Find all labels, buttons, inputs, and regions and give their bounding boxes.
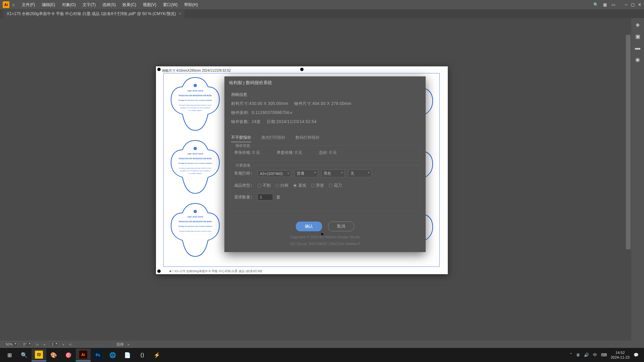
minimize-icon[interactable]: ─ bbox=[625, 2, 628, 7]
tray-chevron-icon[interactable]: ˄ bbox=[570, 353, 572, 357]
size-select[interactable]: A3+(320*460) bbox=[258, 170, 291, 177]
svg-text:Soulage les tensions et les mu: Soulage les tensions et les muscles endo… bbox=[178, 225, 212, 227]
maximize-icon[interactable]: ▢ bbox=[631, 2, 635, 7]
swatches-icon[interactable]: ▬ bbox=[635, 45, 640, 51]
ai-logo: Ai bbox=[3, 1, 9, 8]
product-type-label: 成品类型: bbox=[234, 183, 254, 188]
radio-shaped[interactable]: 异形 bbox=[311, 183, 324, 188]
vertical-scroll-thumb[interactable] bbox=[626, 35, 631, 249]
menu-effect[interactable]: 效果(C) bbox=[119, 2, 140, 8]
taskbar-app-4[interactable]: ⚡ bbox=[150, 349, 164, 361]
menu-help[interactable]: 帮助(H) bbox=[181, 2, 201, 8]
section-header-info: 画稿信息 bbox=[231, 92, 419, 98]
home-icon[interactable]: ⌂ bbox=[12, 2, 14, 7]
arrange-icon[interactable]: ▦ bbox=[603, 2, 607, 7]
taskbar-app-2[interactable]: 🎨 bbox=[46, 349, 61, 361]
tray-clock[interactable]: 14:52 2024-11-23 bbox=[611, 350, 630, 360]
menu-edit[interactable]: 编辑(E) bbox=[39, 2, 59, 8]
sample-label: 常规打样: bbox=[234, 171, 254, 176]
qty-input[interactable] bbox=[258, 194, 273, 200]
menu-type[interactable]: 文字(T) bbox=[79, 2, 99, 8]
tab-bar: X1=175 全称250g单面牛卡 平板 中心对裱 白墨 成品 1款各6个打6张… bbox=[0, 9, 644, 18]
taskbar-acrobat[interactable]: 📄 bbox=[120, 349, 135, 361]
svg-text:ROULEAU DE MASSAGE EN BOIS: ROULEAU DE MASSAGE EN BOIS bbox=[179, 95, 212, 97]
color-select[interactable]: 黑色 bbox=[321, 170, 345, 177]
artboards-icon[interactable]: ▣ bbox=[635, 33, 640, 40]
first-artboard-icon[interactable]: |◂ bbox=[35, 342, 40, 347]
start-icon[interactable]: ⊞ bbox=[2, 349, 17, 361]
registration-mark bbox=[300, 68, 304, 71]
calc-fieldset: 计算选项 常规打样: A3+(320*460) 普通 黑色 无 成品类型: 不割… bbox=[230, 165, 420, 211]
prev-artboard-icon[interactable]: ◂ bbox=[43, 342, 46, 347]
close-window-icon[interactable]: ✕ bbox=[638, 2, 641, 7]
cancel-button[interactable]: 取消 bbox=[328, 222, 354, 231]
tab-close-icon[interactable]: × bbox=[179, 11, 181, 16]
svg-text:à problèmes sur l'ensemble du : à problèmes sur l'ensemble du corps et d… bbox=[180, 107, 211, 109]
ok-button[interactable]: 确认 bbox=[296, 222, 322, 231]
status-bar: 50% 0° |◂ ◂ 1 ▸ ▸| 选择 ▸ bbox=[0, 341, 644, 348]
taskbar-illustrator[interactable]: Ai bbox=[76, 349, 91, 361]
tray-keyboard-icon[interactable]: ⌨ bbox=[601, 353, 607, 357]
qty-label: 需求数量: bbox=[234, 194, 254, 200]
radio-straight[interactable]: 直线 bbox=[293, 183, 306, 188]
svg-text:Soulage les tensions et les mu: Soulage les tensions et les muscles endo… bbox=[178, 162, 212, 164]
tab-digital-quote[interactable]: 数码打样报价 bbox=[296, 135, 320, 142]
svg-text:Conception ergonomique permett: Conception ergonomique permettant d'isol… bbox=[179, 167, 212, 169]
label-tile: oak and reedROULEAU DE MASSAGE EN BOISSo… bbox=[168, 138, 222, 198]
quality-select[interactable]: 普通 bbox=[294, 170, 318, 177]
tab-laser-quote[interactable]: 激光打印报价 bbox=[261, 135, 285, 142]
taskbar-chrome[interactable]: 🌐 bbox=[105, 349, 120, 361]
tray-sound-icon[interactable]: 🔊 bbox=[584, 353, 589, 357]
info-material: 材料尺寸:430.00 X 305.00mm物件尺寸:404.00 X 279.… bbox=[231, 101, 419, 107]
vertical-scrollbar[interactable] bbox=[625, 18, 631, 348]
menu-bar: Ai ⌂ 文件(F) 编辑(E) 对象(O) 文字(T) 选择(S) 效果(C)… bbox=[0, 0, 644, 9]
menu-file[interactable]: 文件(F) bbox=[18, 2, 38, 8]
quote-dialog: 哈利裂 | 数码报价系统 画稿信息 材料尺寸:430.00 X 305.00mm… bbox=[224, 76, 426, 252]
radio-whitesample[interactable]: 白样 bbox=[275, 183, 288, 188]
appearance-icon[interactable]: ◉ bbox=[635, 56, 640, 63]
quote-legend: 报价信息 bbox=[233, 143, 252, 148]
taskbar: ⊞ 🔍 印 🎨 🎯 Ai Ps 🌐 📄 ⟨⟩ ⚡ ˄ 🖥 🔊 中 ⌨ 14:52… bbox=[0, 348, 644, 362]
registration-mark bbox=[157, 68, 161, 71]
svg-text:ROULEAU DE MASSAGE EN BOIS: ROULEAU DE MASSAGE EN BOIS bbox=[179, 158, 212, 160]
taskbar-app-3[interactable]: 🎯 bbox=[61, 349, 76, 361]
angle-select[interactable]: 0° bbox=[21, 342, 32, 347]
menu-window[interactable]: 窗口(W) bbox=[160, 2, 181, 8]
menu-select[interactable]: 选择(S) bbox=[99, 2, 119, 8]
svg-text:oak and reed: oak and reed bbox=[187, 152, 203, 155]
taskbar-search-icon[interactable]: 🔍 bbox=[17, 349, 32, 361]
taskbar-photoshop[interactable]: Ps bbox=[91, 349, 105, 361]
search-icon[interactable]: 🔍 bbox=[593, 2, 598, 7]
dialog-title: 哈利裂 | 数码报价系统 bbox=[224, 76, 426, 89]
svg-text:Conception ergonomique permett: Conception ergonomique permettant d'isol… bbox=[179, 104, 212, 106]
workspace-icon[interactable]: ▭ bbox=[611, 2, 615, 7]
tray-notifications-icon[interactable]: 💬 bbox=[634, 353, 639, 357]
total-price: 总价: 0 元 bbox=[319, 150, 337, 156]
finish-select[interactable]: 无 bbox=[348, 170, 372, 177]
right-panel: ◈ ▣ ▬ ◉ bbox=[631, 18, 644, 348]
tray-monitor-icon[interactable]: 🖥 bbox=[576, 353, 580, 357]
tray-ime[interactable]: 中 bbox=[593, 352, 597, 358]
svg-text:la circulation sanguine: la circulation sanguine bbox=[189, 173, 202, 174]
menu-view[interactable]: 视图(V) bbox=[140, 2, 160, 8]
artboard-footer: ■ □ X1=175 全称250g单面牛卡 平板 中心对裱 白墨 成品 1款各6… bbox=[169, 269, 262, 274]
label-tile: oak and reedROULEAU DE MASSAGE EN BOISSo… bbox=[168, 75, 222, 135]
last-artboard-icon[interactable]: ▸| bbox=[69, 342, 73, 347]
radio-diecut[interactable]: 花刀 bbox=[329, 183, 342, 188]
next-artboard-icon[interactable]: ▸ bbox=[62, 342, 65, 347]
taskbar-app-1[interactable]: 印 bbox=[32, 349, 46, 361]
svg-text:oak and reed: oak and reed bbox=[187, 89, 203, 92]
tool-chevron-icon[interactable]: ▸ bbox=[127, 342, 130, 347]
artboard-number[interactable]: 1 bbox=[49, 342, 58, 347]
svg-point-7 bbox=[194, 147, 197, 150]
tab-adhesive-quote[interactable]: 不干胶报价 bbox=[231, 135, 251, 142]
quote-tabs: 不干胶报价 激光打印报价 数码打样报价 bbox=[224, 133, 426, 145]
tab-title: X1=175 全称250g单面牛卡 平板 中心对裱 白墨 成品 1款各6个打6张… bbox=[7, 11, 176, 17]
menu-object[interactable]: 对象(O) bbox=[59, 2, 79, 8]
document-tab[interactable]: X1=175 全称250g单面牛卡 平板 中心对裱 白墨 成品 1款各6个打6张… bbox=[3, 10, 184, 18]
radio-nocut[interactable]: 不割 bbox=[258, 183, 271, 188]
qty-unit: 套 bbox=[276, 194, 280, 200]
layers-icon[interactable]: ◈ bbox=[636, 21, 640, 28]
zoom-select[interactable]: 50% bbox=[3, 342, 18, 347]
taskbar-vscode[interactable]: ⟨⟩ bbox=[135, 349, 150, 361]
